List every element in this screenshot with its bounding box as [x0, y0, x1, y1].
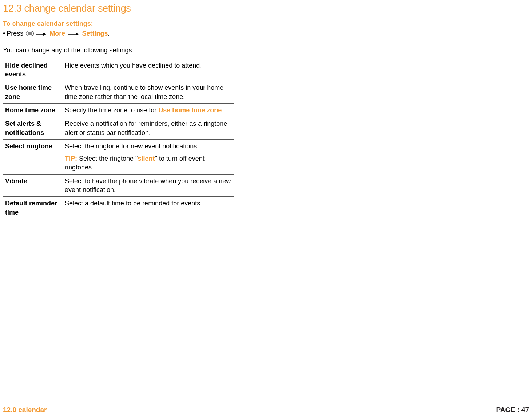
table-row: Use home time zone When travelling, cont… [3, 81, 234, 104]
footer-page: PAGE : 47 [496, 406, 529, 414]
setting-desc: When travelling, continue to show events… [63, 81, 234, 104]
table-row: Select ringtone Select the ringtone for … [3, 139, 234, 174]
table-row: Vibrate Select to have the phone vibrate… [3, 174, 234, 197]
intro-text: You can change any of the following sett… [0, 38, 532, 59]
svg-marker-5 [43, 33, 46, 36]
setting-desc: Select the ringtone for new event notifi… [63, 139, 234, 174]
setting-label: Default reminder time [3, 197, 63, 219]
setting-desc: Hide events which you have declined to a… [63, 59, 234, 81]
table-row: Default reminder time Select a default t… [3, 197, 234, 219]
arrow-icon [36, 30, 46, 38]
setting-label: Use home time zone [3, 81, 63, 104]
settings-table: Hide declined events Hide events which y… [3, 59, 234, 219]
setting-label: Select ringtone [3, 139, 63, 174]
arrow-icon [68, 30, 79, 38]
tip-label: TIP: [65, 155, 77, 162]
svg-marker-7 [76, 33, 79, 36]
setting-label: Vibrate [3, 174, 63, 197]
setting-desc: Specify the time zone to use for Use hom… [63, 103, 234, 117]
setting-label: Home time zone [3, 103, 63, 117]
settings-link: Settings [82, 30, 108, 37]
press-text: Press [7, 30, 25, 37]
setting-label: Set alerts & notifications [3, 117, 63, 140]
setting-desc: Receive a notification for reminders, ei… [63, 117, 234, 140]
highlight-text: silent [138, 155, 155, 162]
setting-label: Hide declined events [3, 59, 63, 81]
footer-section: 12.0 calendar [3, 406, 47, 414]
setting-desc: Select a default time to be reminded for… [63, 197, 234, 219]
menu-icon [26, 30, 34, 38]
setting-desc: Select to have the phone vibrate when yo… [63, 174, 234, 197]
subheading: To change calendar settings: [0, 16, 532, 28]
table-row: Home time zone Specify the time zone to … [3, 103, 234, 117]
section-heading: 12.3 change calendar settings [0, 0, 233, 16]
highlight-text: Use home time zone [158, 107, 222, 114]
bullet: • [3, 30, 7, 37]
instruction-line: •Press More Settings. [0, 28, 532, 38]
period: . [108, 30, 110, 37]
table-row: Set alerts & notifications Receive a not… [3, 117, 234, 140]
more-link: More [49, 30, 65, 37]
table-row: Hide declined events Hide events which y… [3, 59, 234, 81]
